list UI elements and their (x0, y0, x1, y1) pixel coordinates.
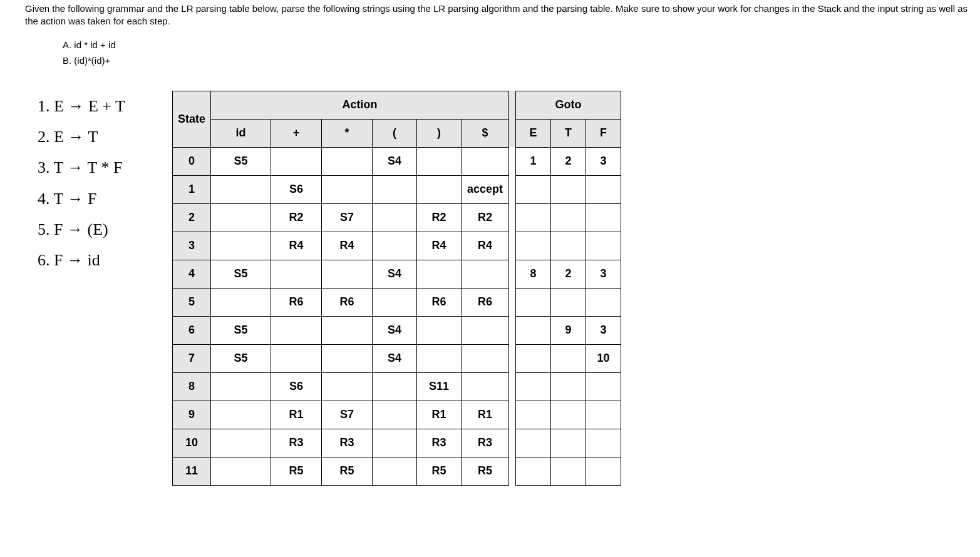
cell (516, 401, 551, 429)
cell (551, 175, 586, 203)
cell: R5 (462, 457, 509, 485)
grammar-rule: 6. F → id (38, 245, 160, 275)
gap-cell (509, 429, 516, 457)
cell (271, 344, 322, 372)
col-state: State (173, 91, 211, 147)
cell: R6 (417, 288, 462, 316)
cell (516, 288, 551, 316)
cell (417, 344, 462, 372)
group-goto: Goto (516, 91, 621, 119)
cell: R2 (417, 203, 462, 232)
cell (373, 429, 417, 457)
cell (417, 147, 462, 175)
table-row: 8S6S11 (173, 372, 621, 401)
cell: 8 (516, 260, 551, 288)
cell (516, 344, 551, 372)
table-row: 9R1S7R1R1 (173, 401, 621, 429)
cell: 2 (551, 147, 586, 175)
table-row: 5R6R6R6R6 (173, 288, 621, 316)
col-lparen: ( (373, 119, 417, 147)
cell (586, 372, 621, 401)
group-action: Action (211, 91, 509, 119)
option-b: B. (id)*(id)+ (63, 55, 974, 66)
cell: R2 (462, 203, 509, 232)
cell (551, 401, 586, 429)
table-row: 10R3R3R3R3 (173, 429, 621, 457)
cell: 2 (551, 260, 586, 288)
state-cell: 9 (173, 401, 211, 429)
cell (551, 457, 586, 485)
gap-cell (509, 288, 516, 316)
cell: S4 (373, 316, 417, 344)
col-id: id (211, 119, 271, 147)
gap-cell (509, 147, 516, 175)
state-cell: 4 (173, 260, 211, 288)
state-cell: 6 (173, 316, 211, 344)
table-row: 0S5S4123 (173, 147, 621, 175)
cell: R4 (271, 232, 322, 260)
cell (516, 372, 551, 401)
cell (322, 372, 373, 401)
cell (211, 203, 271, 232)
cell (417, 316, 462, 344)
gap-cell (509, 316, 516, 344)
cell (271, 316, 322, 344)
cell: R4 (462, 232, 509, 260)
gap-cell (509, 232, 516, 260)
col-F: F (586, 119, 621, 147)
cell: S5 (211, 316, 271, 344)
cell: R6 (322, 288, 373, 316)
cell: R6 (462, 288, 509, 316)
cell (322, 260, 373, 288)
table-row: 6S5S493 (173, 316, 621, 344)
gap-cell (509, 457, 516, 485)
cell (322, 147, 373, 175)
cell: S4 (373, 147, 417, 175)
grammar-rule: 5. F → (E) (38, 214, 160, 245)
cell: R1 (271, 401, 322, 429)
table-row: 11R5R5R5R5 (173, 457, 621, 485)
cell: R5 (322, 457, 373, 485)
content-row: 1. E → E + T2. E → T3. T → T * F4. T → F… (38, 91, 974, 486)
cell (417, 175, 462, 203)
cell (462, 372, 509, 401)
grammar-rule: 2. E → T (38, 121, 160, 152)
cell (211, 457, 271, 485)
cell (211, 372, 271, 401)
cell (417, 260, 462, 288)
cell (551, 288, 586, 316)
state-cell: 2 (173, 203, 211, 232)
gap-cell (509, 175, 516, 203)
cell (211, 288, 271, 316)
cell (373, 232, 417, 260)
col-star: * (322, 119, 373, 147)
cell (516, 232, 551, 260)
cell (586, 457, 621, 485)
state-cell: 1 (173, 175, 211, 203)
cell (322, 344, 373, 372)
table-row: 7S5S410 (173, 344, 621, 372)
cell: S7 (322, 203, 373, 232)
col-dollar: $ (462, 119, 509, 147)
cell: 1 (516, 147, 551, 175)
cell (373, 175, 417, 203)
col-E: E (516, 119, 551, 147)
cell (211, 175, 271, 203)
cell (462, 344, 509, 372)
cell: R4 (417, 232, 462, 260)
cell (516, 316, 551, 344)
cell: S7 (322, 401, 373, 429)
cell: R3 (462, 429, 509, 457)
state-cell: 5 (173, 288, 211, 316)
cell: R5 (271, 457, 322, 485)
cell (551, 203, 586, 232)
cell: S5 (211, 344, 271, 372)
question-prompt: Given the following grammar and the LR p… (25, 3, 974, 28)
cell: 3 (586, 147, 621, 175)
gap-cell (509, 260, 516, 288)
cell: R3 (322, 429, 373, 457)
cell (551, 344, 586, 372)
state-cell: 0 (173, 147, 211, 175)
gap-cell (509, 344, 516, 372)
cell: R1 (462, 401, 509, 429)
